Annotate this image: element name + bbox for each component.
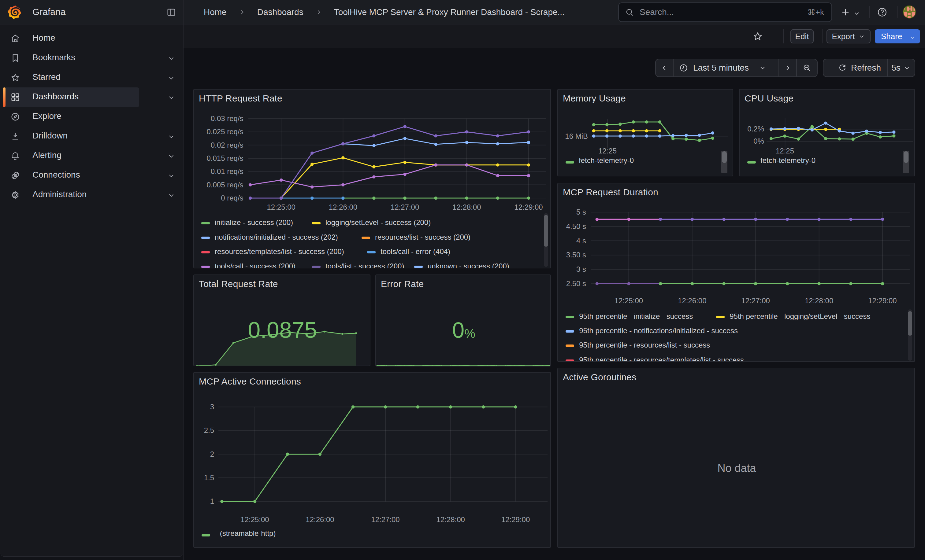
svg-text:12:29:00: 12:29:00 xyxy=(868,297,896,305)
svg-text:3: 3 xyxy=(210,402,214,411)
svg-text:12:27:00: 12:27:00 xyxy=(371,515,399,524)
svg-text:4.50 s: 4.50 s xyxy=(566,222,586,230)
svg-text:0.03 req/s: 0.03 req/s xyxy=(211,114,244,123)
svg-text:12:25:00: 12:25:00 xyxy=(267,203,295,211)
svg-text:0.2%: 0.2% xyxy=(747,125,764,133)
svg-text:2.5: 2.5 xyxy=(204,426,214,434)
svg-text:12:27:00: 12:27:00 xyxy=(741,297,770,305)
svg-text:2: 2 xyxy=(210,450,214,458)
svg-text:12:25: 12:25 xyxy=(776,147,794,155)
svg-text:0.005 req/s: 0.005 req/s xyxy=(207,181,244,189)
svg-text:12:28:00: 12:28:00 xyxy=(805,297,833,305)
svg-text:2.50 s: 2.50 s xyxy=(566,279,586,288)
svg-text:0 req/s: 0 req/s xyxy=(221,194,243,202)
svg-text:12:26:00: 12:26:00 xyxy=(329,203,357,211)
svg-text:16 MiB: 16 MiB xyxy=(565,132,588,140)
svg-text:12:26:00: 12:26:00 xyxy=(306,515,334,524)
svg-text:1: 1 xyxy=(210,497,214,505)
svg-text:12:28:00: 12:28:00 xyxy=(436,515,465,524)
svg-text:0.015 req/s: 0.015 req/s xyxy=(207,154,244,162)
svg-text:3 s: 3 s xyxy=(576,265,586,273)
svg-text:5 s: 5 s xyxy=(576,208,586,216)
svg-text:12:28:00: 12:28:00 xyxy=(452,203,481,211)
svg-text:0.02 req/s: 0.02 req/s xyxy=(211,141,244,149)
svg-text:0.025 req/s: 0.025 req/s xyxy=(207,128,244,136)
svg-text:3.50 s: 3.50 s xyxy=(566,251,586,259)
svg-text:12:25:00: 12:25:00 xyxy=(615,297,643,305)
svg-text:0%: 0% xyxy=(753,137,764,145)
svg-text:12:25: 12:25 xyxy=(598,147,617,155)
svg-text:0.01 req/s: 0.01 req/s xyxy=(211,167,244,176)
svg-text:12:25:00: 12:25:00 xyxy=(240,515,269,524)
svg-text:12:29:00: 12:29:00 xyxy=(501,515,530,524)
svg-text:4 s: 4 s xyxy=(576,237,586,245)
svg-text:1.5: 1.5 xyxy=(204,473,214,482)
svg-text:12:27:00: 12:27:00 xyxy=(391,203,419,211)
svg-text:12:26:00: 12:26:00 xyxy=(678,297,706,305)
svg-text:12:29:00: 12:29:00 xyxy=(514,203,542,211)
